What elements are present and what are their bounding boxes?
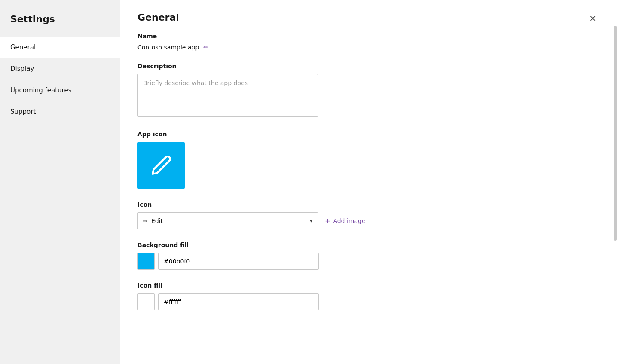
background-fill-label: Background fill: [137, 242, 600, 248]
icon-fill-row: [137, 293, 600, 310]
chevron-down-icon: ▾: [310, 218, 312, 224]
app-icon-preview: [137, 142, 185, 189]
sidebar: Settings General Display Upcoming featur…: [0, 0, 120, 364]
name-label: Name: [137, 33, 600, 40]
main-content: General × Name Contoso sample app ✏️ Des…: [120, 0, 617, 364]
icon-dropdown-row: ✏ Edit ▾ + Add image: [137, 212, 600, 229]
page-title: General: [137, 12, 179, 23]
sidebar-item-support[interactable]: Support: [0, 101, 120, 122]
icon-color-swatch[interactable]: [137, 293, 155, 310]
background-color-swatch[interactable]: [137, 253, 155, 270]
sidebar-item-upcoming-features[interactable]: Upcoming features: [0, 80, 120, 101]
add-image-button[interactable]: + Add image: [325, 217, 366, 225]
scrollbar-thumb[interactable]: [614, 26, 617, 241]
close-button[interactable]: ×: [586, 12, 600, 24]
description-textarea[interactable]: [137, 74, 318, 117]
content-area: Name Contoso sample app ✏️ Description A…: [120, 33, 617, 340]
description-label: Description: [137, 63, 600, 70]
icon-fill-label: Icon fill: [137, 282, 600, 289]
background-fill-row: [137, 253, 600, 270]
sidebar-title: Settings: [0, 0, 120, 37]
edit-name-icon[interactable]: ✏️: [203, 44, 208, 51]
pencil-icon: [150, 155, 172, 176]
main-header: General ×: [120, 0, 617, 33]
background-fill-section: Background fill: [137, 242, 600, 270]
scrollbar-track: [614, 0, 617, 364]
name-value-row: Contoso sample app ✏️: [137, 44, 600, 51]
icon-select-value: Edit: [151, 217, 163, 224]
plus-icon: +: [325, 217, 330, 225]
app-icon-label: App icon: [137, 131, 600, 138]
icon-fill-section: Icon fill: [137, 282, 600, 310]
icon-dropdown[interactable]: ✏ Edit ▾: [137, 212, 318, 229]
description-section: Description: [137, 63, 600, 119]
icon-section-label: Icon: [137, 201, 600, 208]
sidebar-item-display[interactable]: Display: [0, 58, 120, 80]
background-color-input[interactable]: [158, 253, 319, 270]
app-icon-section: App icon: [137, 131, 600, 189]
add-image-label: Add image: [333, 217, 365, 224]
icon-color-input[interactable]: [158, 293, 319, 310]
icon-section: Icon ✏ Edit ▾ + Add image: [137, 201, 600, 229]
icon-select-pencil: ✏: [143, 218, 148, 224]
name-section: Name Contoso sample app ✏️: [137, 33, 600, 51]
sidebar-item-general[interactable]: General: [0, 37, 120, 58]
app-name-text: Contoso sample app: [137, 44, 199, 51]
